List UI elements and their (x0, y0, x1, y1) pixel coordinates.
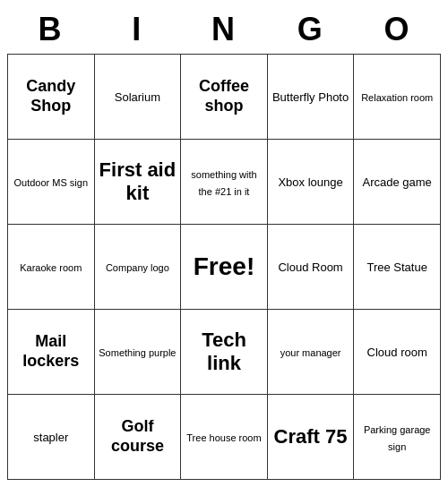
cell-r2-c2: Free! (181, 225, 268, 310)
cell-text-r4-c2: Tree house room (186, 432, 261, 443)
cell-r2-c4: Tree Statue (354, 225, 441, 310)
cell-text-r0-c0: Candy Shop (26, 77, 75, 115)
cell-text-r4-c0: stapler (33, 431, 68, 444)
cell-r1-c0: Outdoor MS sign (8, 140, 95, 225)
title-n: N (181, 11, 268, 48)
cell-r0-c2: Coffee shop (181, 55, 268, 140)
title-o: O (354, 11, 441, 48)
cell-r4-c3: Craft 75 (267, 395, 354, 480)
cell-text-r3-c0: Mail lockers (22, 332, 79, 370)
cell-text-r3-c1: Something purple (99, 347, 176, 358)
cell-r3-c1: Something purple (94, 310, 181, 395)
cell-text-r1-c1: First aid kit (99, 158, 177, 204)
cell-r0-c3: Butterfly Photo (267, 55, 354, 140)
cell-text-r2-c0: Karaoke room (20, 262, 82, 273)
cell-r4-c4: Parking garage sign (354, 395, 441, 480)
cell-text-r0-c2: Coffee shop (199, 77, 249, 115)
cell-r3-c2: Tech link (181, 310, 268, 395)
cell-text-r1-c4: Arcade game (363, 175, 432, 189)
cell-text-r0-c3: Butterfly Photo (272, 90, 349, 104)
cell-text-r4-c3: Craft 75 (274, 425, 348, 448)
cell-r2-c0: Karaoke room (8, 225, 95, 310)
cell-text-r3-c3: your manager (280, 347, 341, 358)
title-b: B (7, 11, 94, 48)
cell-text-r4-c4: Parking garage sign (364, 424, 431, 452)
cell-r3-c4: Cloud room (354, 310, 441, 395)
cell-text-r1-c0: Outdoor MS sign (14, 177, 89, 188)
cell-text-r1-c2: something with the #21 in it (191, 169, 256, 197)
cell-r1-c1: First aid kit (94, 140, 181, 225)
bingo-title: B I N G O (7, 7, 441, 54)
cell-text-r0-c4: Relaxation room (361, 92, 433, 103)
title-i: I (94, 11, 181, 48)
cell-r3-c0: Mail lockers (8, 310, 95, 395)
cell-r1-c3: Xbox lounge (267, 140, 354, 225)
cell-r4-c0: stapler (8, 395, 95, 480)
cell-r0-c4: Relaxation room (354, 55, 441, 140)
title-g: G (267, 11, 354, 48)
cell-r2-c1: Company logo (94, 225, 181, 310)
cell-r4-c1: Golf course (94, 395, 181, 480)
cell-r1-c2: something with the #21 in it (181, 140, 268, 225)
cell-text-r4-c1: Golf course (111, 417, 164, 455)
cell-text-r1-c3: Xbox lounge (278, 175, 342, 189)
cell-text-r3-c4: Cloud room (367, 346, 427, 359)
cell-r3-c3: your manager (267, 310, 354, 395)
cell-text-r2-c2: Free! (194, 252, 254, 280)
cell-text-r2-c1: Company logo (106, 262, 169, 273)
cell-r4-c2: Tree house room (181, 395, 268, 480)
cell-text-r2-c4: Tree Statue (366, 261, 426, 274)
bingo-grid: Candy ShopSolariumCoffee shopButterfly P… (7, 54, 441, 480)
cell-text-r0-c1: Solarium (115, 90, 160, 104)
cell-text-r2-c3: Cloud Room (278, 261, 342, 274)
cell-r0-c0: Candy Shop (8, 55, 95, 140)
cell-text-r3-c2: Tech link (202, 329, 246, 374)
cell-r0-c1: Solarium (94, 55, 181, 140)
cell-r2-c3: Cloud Room (267, 225, 354, 310)
cell-r1-c4: Arcade game (354, 140, 441, 225)
